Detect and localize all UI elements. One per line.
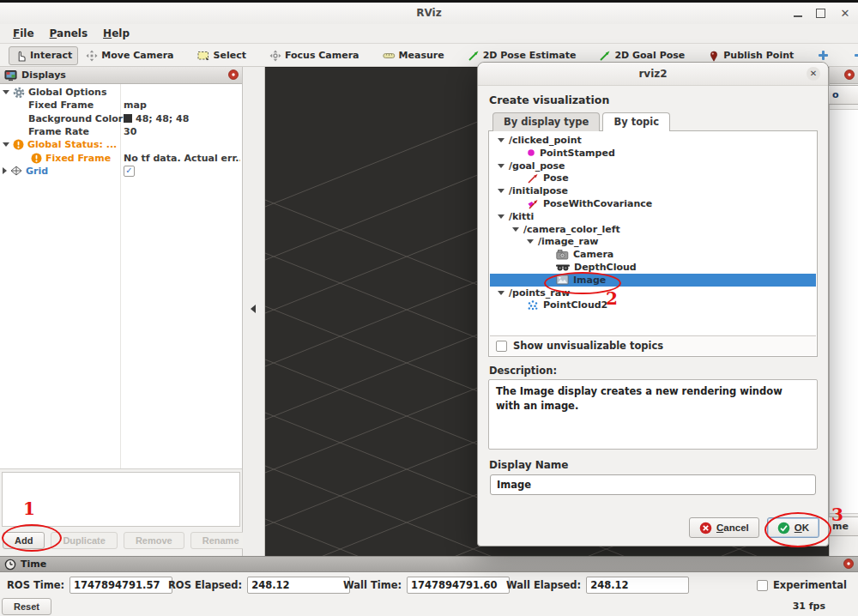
expander-open-icon[interactable] — [527, 239, 534, 244]
expander-open-icon[interactable] — [498, 291, 505, 295]
expander-closed-icon[interactable] — [3, 167, 7, 174]
description-label: Description: — [489, 365, 817, 377]
views-panel-header — [830, 67, 858, 84]
tool-select[interactable]: Select — [191, 46, 252, 65]
description-box: The Image display creates a new renderin… — [488, 379, 818, 450]
tree-row-value[interactable]: 30 — [124, 125, 240, 138]
menu-item-panels[interactable]: Panels — [42, 26, 96, 41]
topic-row[interactable]: /points_raw — [490, 287, 816, 299]
create-visualization-dialog: rviz2 ✕ Create visualization By display … — [477, 62, 829, 547]
tool-focus-camera[interactable]: Focus Camera — [263, 46, 366, 65]
time-panel-header: Time — [0, 556, 858, 572]
tree-row-label: Global Status: ... — [27, 139, 117, 150]
topic-row[interactable]: PointStamped — [490, 147, 816, 160]
topic-row[interactable]: Camera — [490, 248, 816, 261]
displays-tree-row[interactable]: Frame Rate30 — [0, 125, 242, 138]
warning-icon — [13, 139, 24, 150]
dialog-buttons-row: CancelOK — [689, 517, 819, 538]
expander-open-icon[interactable] — [498, 138, 505, 142]
panel-close-icon[interactable] — [844, 69, 855, 80]
tool-measure[interactable]: Measure — [377, 46, 450, 65]
add-button[interactable]: Add — [3, 532, 45, 549]
topic-row[interactable]: /goal_pose — [490, 160, 816, 172]
topic-row-label: /clicked_point — [509, 135, 582, 146]
topic-row[interactable]: /image_raw — [490, 235, 816, 248]
tree-row-value[interactable]: ✓ — [124, 165, 240, 178]
displays-tree-row[interactable]: Background Color48; 48; 48 — [0, 112, 242, 125]
maximize-icon[interactable] — [816, 9, 825, 18]
displays-tree-row[interactable]: Fixed Framemap — [0, 99, 242, 112]
topic-row[interactable]: /clicked_point — [490, 134, 816, 147]
tab-by-topic[interactable]: By topic — [602, 112, 670, 131]
menu-item-help[interactable]: Help — [95, 26, 137, 41]
time-field-input[interactable] — [586, 577, 689, 594]
collapse-arrow-icon[interactable] — [251, 305, 256, 313]
time-field-input[interactable] — [407, 577, 510, 594]
topic-row-selected[interactable]: Image — [490, 274, 816, 287]
display-name-input[interactable]: Image — [490, 474, 816, 495]
tool-label: 2D Pose Estimate — [483, 50, 577, 61]
time-field-label: Wall Time: — [343, 579, 402, 591]
topic-row[interactable]: /camera_color_left — [490, 223, 816, 236]
topic-row-label: /points_raw — [509, 287, 570, 299]
display-name-label: Display Name — [489, 459, 817, 471]
plus-icon — [817, 49, 830, 62]
clock-icon — [4, 559, 16, 571]
time-field-input[interactable] — [247, 577, 350, 594]
tree-row-name: Frame Rate — [28, 125, 89, 138]
expander-open-icon[interactable] — [498, 164, 505, 168]
topic-list-frame: /clicked_pointPointStamped/goal_posePose… — [488, 130, 818, 357]
tool-move-camera[interactable]: Move Camera — [80, 46, 179, 65]
tree-row-value[interactable]: map — [124, 99, 240, 112]
show-unvisualizable-checkbox[interactable] — [496, 341, 507, 352]
tree-row-label: Grid — [26, 166, 48, 177]
topic-row-label: PointCloud2 — [543, 299, 607, 311]
measure-icon — [383, 50, 396, 62]
displays-tree-row[interactable]: Global Options — [0, 86, 242, 99]
experimental-checkbox[interactable] — [757, 580, 768, 591]
select-icon — [197, 50, 210, 62]
tree-row-name: Global Status: ... — [3, 138, 117, 151]
tree-row-value[interactable] — [124, 86, 240, 99]
topic-row[interactable]: Pose — [490, 172, 816, 184]
topic-row[interactable]: PoseWithCovariance — [490, 197, 816, 210]
tree-row-value[interactable]: 48; 48; 48 — [124, 112, 240, 125]
menu-item-file[interactable]: File — [5, 26, 42, 41]
pin-icon — [708, 50, 720, 62]
ok-button[interactable]: OK — [767, 517, 819, 538]
topic-row[interactable]: /initialpose — [490, 184, 816, 197]
expander-open-icon[interactable] — [512, 227, 519, 232]
cancel-button[interactable]: Cancel — [689, 517, 759, 538]
time-field-input[interactable] — [69, 577, 172, 594]
expander-open-icon[interactable] — [498, 189, 505, 193]
panel-close-icon[interactable] — [843, 559, 854, 569]
tab-by-display-type[interactable]: By display type — [492, 112, 600, 131]
displays-tree-row[interactable]: Fixed FrameNo tf data. Actual err... — [0, 152, 242, 165]
tool-minus-icon[interactable] — [847, 45, 858, 65]
window-controls: ✕ — [794, 3, 851, 24]
close-icon[interactable]: ✕ — [839, 8, 851, 20]
tool-interact[interactable]: Interact — [9, 46, 78, 65]
expander-open-icon[interactable] — [498, 214, 505, 219]
panel-splitter[interactable] — [243, 67, 265, 556]
panel-close-icon[interactable] — [228, 69, 239, 80]
displays-panel-title: Displays — [21, 69, 66, 81]
checkbox-checked-icon[interactable]: ✓ — [124, 166, 135, 177]
topic-row[interactable]: /kitti — [490, 210, 816, 223]
displays-tree-row[interactable]: Grid✓ — [0, 165, 242, 178]
reset-button[interactable]: Reset — [2, 598, 51, 615]
move-camera-icon — [86, 50, 98, 62]
expander-open-icon[interactable] — [3, 142, 9, 147]
warning-icon — [31, 153, 42, 164]
topic-row-label: Pose — [543, 172, 569, 184]
topic-row[interactable]: PointCloud2 — [490, 299, 816, 311]
tree-row-value[interactable]: No tf data. Actual err... — [124, 152, 240, 165]
time-panel: Time Experimental ROS Time:ROS Elapsed:W… — [0, 556, 858, 616]
tree-row-value[interactable] — [124, 138, 240, 151]
topic-row-label: PointStamped — [540, 148, 615, 159]
minimize-icon[interactable] — [794, 9, 802, 17]
expander-open-icon[interactable] — [3, 90, 9, 94]
dialog-close-icon[interactable]: ✕ — [807, 67, 820, 81]
displays-tree-row[interactable]: Global Status: ... — [0, 138, 242, 151]
topic-row[interactable]: DepthCloud — [490, 261, 816, 274]
